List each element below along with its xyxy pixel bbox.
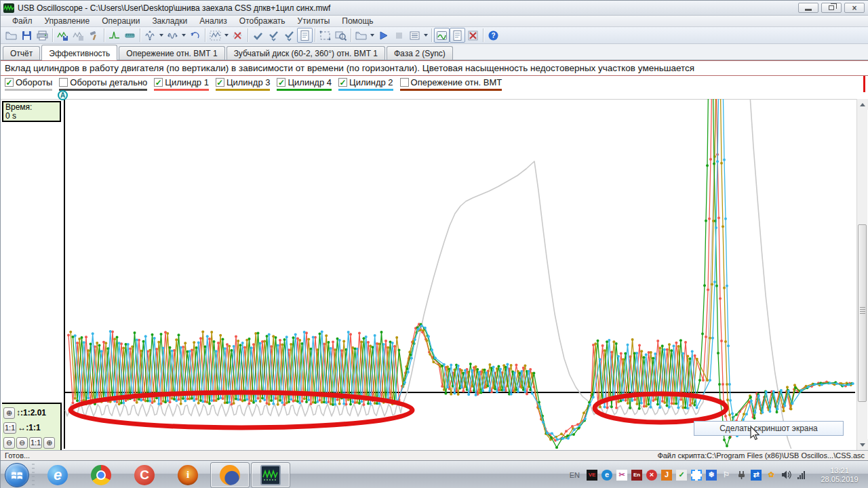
volume-icon[interactable] bbox=[781, 470, 791, 481]
measure-button[interactable] bbox=[122, 28, 138, 43]
menu-item-6[interactable]: Утилиты bbox=[292, 16, 336, 26]
zoom-out-horizontal-button[interactable]: ⊖ bbox=[16, 437, 28, 449]
scroll-down-button[interactable] bbox=[857, 439, 868, 450]
tab-4[interactable]: Фаза 2 (Sync) bbox=[387, 46, 453, 60]
legend-item-2[interactable]: ✓Цилиндр 1 bbox=[154, 77, 209, 91]
legend-item-4[interactable]: ✓Цилиндр 4 bbox=[277, 77, 332, 91]
tools-hammer-button[interactable] bbox=[86, 28, 102, 43]
tray-icon-e[interactable]: e bbox=[601, 470, 612, 481]
impulse-button[interactable] bbox=[106, 28, 122, 43]
legend-item-3[interactable]: ✓Цилиндр 3 bbox=[216, 77, 271, 91]
app-ccleaner[interactable]: C bbox=[124, 462, 165, 488]
apply-down-button[interactable] bbox=[266, 28, 281, 43]
checkbox-1[interactable] bbox=[59, 78, 68, 87]
legend-item-5[interactable]: ✓Цилиндр 2 bbox=[338, 77, 393, 91]
tab-0[interactable]: Отчёт bbox=[3, 46, 40, 60]
show-report-button[interactable] bbox=[450, 28, 465, 43]
scroll-up-button[interactable] bbox=[857, 99, 868, 110]
checkbox-6[interactable] bbox=[400, 78, 409, 87]
script-list-button-dropdown[interactable] bbox=[422, 28, 429, 43]
checkbox-5[interactable]: ✓ bbox=[338, 78, 347, 87]
tray-icon-usb-ok[interactable]: ✓ bbox=[676, 470, 687, 481]
menu-item-3[interactable]: Закладки bbox=[146, 16, 193, 26]
scrollbar-thumb[interactable] bbox=[858, 224, 867, 402]
legend-item-1[interactable]: Обороты детально bbox=[59, 77, 147, 91]
menu-item-4[interactable]: Анализ bbox=[193, 16, 233, 26]
tray-icon-snowflake[interactable]: ❄ bbox=[706, 470, 717, 481]
tab-2[interactable]: Опережение отн. ВМТ 1 bbox=[119, 46, 224, 60]
app-chrome[interactable] bbox=[81, 462, 121, 488]
script-run-button[interactable] bbox=[376, 28, 391, 43]
vertical-scale-button[interactable] bbox=[142, 28, 158, 43]
tray-icon-plug[interactable] bbox=[736, 470, 747, 481]
start-button[interactable] bbox=[5, 463, 29, 487]
app-usb-oscilloscope[interactable] bbox=[252, 463, 290, 487]
network-icon[interactable] bbox=[795, 470, 806, 481]
save-graph-button[interactable] bbox=[55, 28, 71, 43]
tab-3[interactable]: Зубчатый диск (60-2, 360°) отн. ВМТ 1 bbox=[226, 46, 385, 60]
menu-item-0[interactable]: Файл bbox=[6, 16, 39, 26]
graph-select-button[interactable] bbox=[208, 28, 223, 43]
menu-item-2[interactable]: Операции bbox=[96, 16, 146, 26]
app-firefox[interactable] bbox=[211, 463, 249, 487]
reset-horizontal-button[interactable]: 1:1 bbox=[29, 437, 42, 449]
menu-item-5[interactable]: Отображать bbox=[233, 16, 292, 26]
tray-icon-flower[interactable]: ✿ bbox=[766, 470, 776, 481]
title-bar[interactable]: USB Oscilloscope - C:\Users\User\Desktop… bbox=[1, 1, 868, 16]
checkbox-4[interactable]: ✓ bbox=[277, 78, 285, 87]
marker-a-badge[interactable]: A bbox=[58, 90, 68, 100]
zoom-out-vertical-button[interactable]: ⊖ bbox=[3, 437, 15, 449]
script-open-button-dropdown[interactable] bbox=[369, 28, 376, 43]
tab-1[interactable]: Эффективность bbox=[41, 45, 117, 60]
minimize-button[interactable] bbox=[798, 3, 818, 13]
show-graph-button[interactable] bbox=[434, 28, 450, 43]
tray-icon-java[interactable]: J bbox=[661, 470, 672, 481]
save-file-button[interactable] bbox=[19, 28, 35, 43]
zoom-in-horizontal-button[interactable]: ⊕ bbox=[43, 437, 55, 449]
restore-button[interactable] bbox=[821, 3, 842, 13]
script-open-button[interactable] bbox=[353, 28, 369, 43]
report-toggle-button[interactable] bbox=[297, 28, 313, 43]
script-list-button[interactable] bbox=[407, 28, 422, 43]
tray-icon-error[interactable]: × bbox=[646, 470, 657, 481]
apply-button[interactable] bbox=[250, 28, 266, 43]
undo-button[interactable] bbox=[187, 28, 203, 43]
language-indicator[interactable]: EN bbox=[570, 471, 580, 479]
reset-vertical-button[interactable]: 1:1 bbox=[3, 422, 16, 434]
apply-all-button[interactable] bbox=[281, 28, 297, 43]
app-info-tool[interactable]: i bbox=[167, 462, 208, 488]
zoom-in-vertical-button[interactable]: ⊕ bbox=[3, 407, 15, 419]
clear-button[interactable] bbox=[465, 28, 481, 43]
legend-item-6[interactable]: Опережение отн. ВМТ bbox=[400, 77, 502, 91]
search-graph-button[interactable] bbox=[333, 28, 349, 43]
tray-icon-snip[interactable] bbox=[691, 470, 702, 481]
legend-item-0[interactable]: ✓Обороты bbox=[5, 77, 52, 91]
menu-item-1[interactable]: Управление bbox=[39, 16, 96, 26]
taskbar-clock[interactable]: 13:21 28.05.2019 bbox=[816, 466, 863, 484]
print-button[interactable] bbox=[35, 28, 50, 43]
copy-graph-button[interactable] bbox=[71, 28, 86, 43]
vertical-scrollbar[interactable] bbox=[856, 99, 867, 450]
checkbox-2[interactable]: ✓ bbox=[154, 78, 163, 87]
graph-delete-button[interactable] bbox=[230, 28, 245, 43]
tray-icon-vye[interactable]: VE bbox=[587, 470, 597, 481]
chart-region[interactable]: A Время: 0 s ⊕ ↕:1:2.01 1:1 ↔:1:1 ⊖ ⊖ 1:… bbox=[1, 92, 868, 450]
close-button[interactable]: × bbox=[844, 3, 865, 13]
open-file-button[interactable] bbox=[3, 28, 19, 43]
vertical-scale-button-dropdown[interactable] bbox=[158, 28, 165, 43]
tray-icon-teamviewer[interactable]: ⇄ bbox=[751, 470, 762, 481]
help-button[interactable]: ? bbox=[486, 28, 501, 43]
tray-icon-flag[interactable]: ⚐ bbox=[721, 470, 732, 481]
tray-icon-scissors[interactable]: ✂ bbox=[616, 470, 627, 481]
frame-select-button[interactable] bbox=[317, 28, 333, 43]
tray-icon-en[interactable]: En bbox=[631, 470, 642, 481]
script-stop-button[interactable] bbox=[391, 28, 407, 43]
oscilloscope-plot[interactable] bbox=[64, 99, 855, 449]
checkbox-3[interactable]: ✓ bbox=[216, 78, 224, 87]
graph-select-button-dropdown[interactable] bbox=[223, 28, 230, 43]
menu-item-7[interactable]: Помощь bbox=[336, 16, 379, 26]
horizontal-scale-button-dropdown[interactable] bbox=[180, 28, 187, 43]
checkbox-0[interactable]: ✓ bbox=[5, 78, 14, 87]
app-internet-explorer[interactable]: e bbox=[37, 462, 78, 488]
horizontal-scale-button[interactable] bbox=[165, 28, 180, 43]
